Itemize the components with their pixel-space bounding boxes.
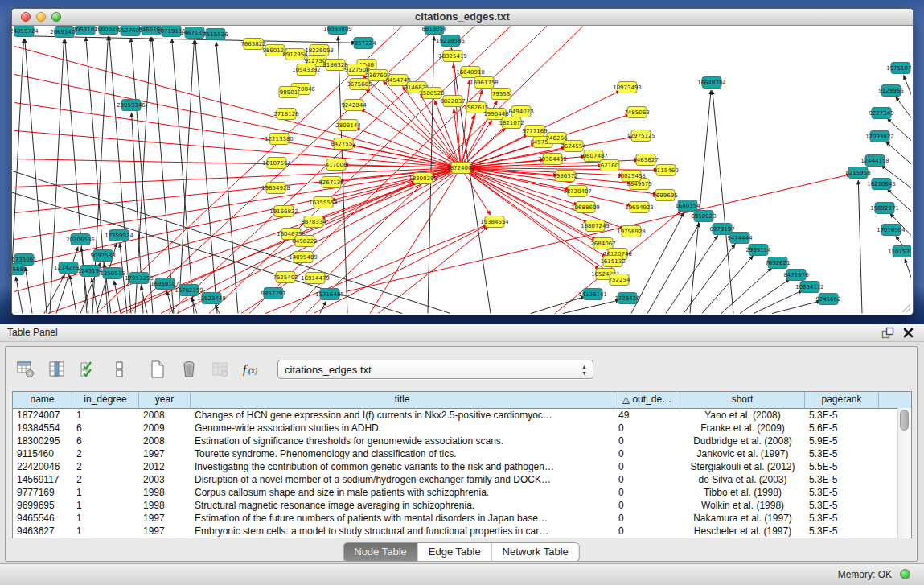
- network-node[interactable]: 9242844: [341, 100, 367, 111]
- network-node[interactable]: 19384554: [480, 216, 509, 228]
- network-node[interactable]: 8813054: [421, 26, 447, 35]
- column-header-title[interactable]: title: [191, 392, 614, 408]
- network-node[interactable]: 1640354: [675, 200, 700, 212]
- network-node[interactable]: 6494023: [508, 106, 533, 117]
- network-node[interactable]: 17016504: [877, 225, 906, 236]
- network-node[interactable]: 16648784: [697, 77, 726, 89]
- network-node[interactable]: 14136141: [578, 289, 607, 300]
- network-node[interactable]: 9857791: [261, 288, 285, 299]
- scrollbar-thumb[interactable]: [900, 410, 909, 431]
- network-node[interactable]: 9777169: [522, 126, 547, 137]
- network-node[interactable]: 3675685: [347, 79, 372, 90]
- network-node[interactable]: 9245652: [815, 294, 840, 305]
- network-node[interactable]: 8427552: [331, 138, 355, 150]
- network-node[interactable]: 15751074: [886, 63, 911, 74]
- network-node[interactable]: 7485063: [624, 107, 649, 118]
- function-builder-icon[interactable]: f (x): [241, 359, 262, 380]
- network-node[interactable]: 24055724: [12, 26, 39, 37]
- network-node[interactable]: 18226058: [305, 45, 334, 56]
- network-node[interactable]: 98901: [279, 87, 298, 98]
- network-node[interactable]: 11075311: [888, 246, 911, 257]
- network-node[interactable]: 62160: [600, 160, 619, 171]
- tab-node-table[interactable]: Node Table: [343, 543, 417, 561]
- network-node[interactable]: 2718126: [273, 109, 299, 120]
- network-node[interactable]: 29053346: [117, 100, 146, 111]
- select-all-icon[interactable]: [78, 359, 99, 380]
- network-node[interactable]: 12444158: [860, 155, 889, 167]
- network-node[interactable]: 8471676: [783, 270, 809, 281]
- column-header-out_degree[interactable]: △ out_de…: [614, 392, 680, 408]
- table-row[interactable]: 946554611997Estimation of the future num…: [13, 512, 911, 525]
- network-node[interactable]: 9115460: [653, 165, 678, 176]
- network-node[interactable]: 10688609: [571, 202, 600, 213]
- new-column-icon[interactable]: [147, 359, 168, 380]
- network-node[interactable]: 16355554: [309, 197, 338, 208]
- float-panel-icon[interactable]: [881, 326, 894, 340]
- network-node[interactable]: 19218586: [436, 35, 465, 47]
- network-node[interactable]: 7857224: [351, 38, 376, 49]
- network-node[interactable]: 17957253: [125, 273, 154, 284]
- network-node[interactable]: 2935114: [745, 245, 771, 256]
- network-node[interactable]: 1588520: [419, 88, 444, 99]
- network-node[interactable]: 1145194: [77, 266, 103, 277]
- table-row[interactable]: 1938455462009Genome-wide association stu…: [13, 422, 911, 435]
- network-node[interactable]: 15716485: [315, 289, 344, 300]
- table-scrollbar[interactable]: [897, 408, 911, 538]
- network-node[interactable]: 8822037: [440, 96, 465, 107]
- network-node[interactable]: 14099489: [289, 252, 318, 263]
- network-node[interactable]: 19756928: [617, 226, 646, 237]
- network-canvas[interactable]: 2405572420691406205318210655287152760284…: [12, 26, 911, 314]
- network-window[interactable]: citations_edges.txt 24055724206914062053…: [11, 8, 914, 315]
- table-panel-header[interactable]: Table Panel: [0, 324, 924, 342]
- attribute-table[interactable]: namein_degreeyeartitle△ out_de…shortpage…: [12, 391, 912, 538]
- network-node[interactable]: 1733426: [614, 293, 640, 304]
- column-header-in_degree[interactable]: in_degree: [72, 392, 139, 408]
- table-mode-icon[interactable]: [15, 359, 36, 380]
- table-row[interactable]: 1830029562008Estimation of significance …: [13, 435, 911, 447]
- network-node[interactable]: 9097588: [90, 250, 115, 262]
- network-node[interactable]: 16961758: [470, 77, 499, 89]
- network-node[interactable]: 417006: [326, 159, 347, 171]
- tab-network-table[interactable]: Network Table: [491, 543, 579, 561]
- network-node[interactable]: 12975125: [626, 130, 655, 142]
- network-node[interactable]: 1115689: [12, 264, 27, 275]
- network-node[interactable]: 18325419: [438, 51, 467, 62]
- network-node[interactable]: 20364436: [538, 154, 567, 165]
- column-header-pagerank[interactable]: pagerank: [805, 392, 879, 408]
- network-node[interactable]: 10973493: [613, 82, 642, 93]
- network-node[interactable]: 2803144: [335, 120, 361, 131]
- network-node[interactable]: 20206536: [66, 234, 95, 245]
- table-row[interactable]: 977716911998Corpus callosum shape and si…: [13, 486, 911, 499]
- delete-column-icon[interactable]: [179, 359, 199, 380]
- network-node[interactable]: 9129966: [878, 85, 904, 97]
- network-node[interactable]: 16914479: [301, 273, 330, 284]
- table-row[interactable]: 2242004622012Investigating the contribut…: [13, 460, 911, 473]
- zoom-window-button[interactable]: [51, 12, 61, 22]
- show-columns-icon[interactable]: [47, 359, 68, 380]
- network-node[interactable]: 9463627: [633, 154, 658, 166]
- network-node[interactable]: 3624554: [561, 141, 586, 152]
- network-node[interactable]: 8215958: [845, 167, 870, 179]
- network-node[interactable]: 19654928: [261, 183, 290, 194]
- network-node[interactable]: 1350515: [100, 268, 125, 279]
- close-panel-icon[interactable]: [902, 327, 914, 339]
- window-titlebar[interactable]: citations_edges.txt: [12, 9, 913, 26]
- network-node[interactable]: 10654112: [795, 282, 824, 293]
- network-node[interactable]: 18720407: [563, 186, 592, 197]
- network-node[interactable]: 6958923: [691, 211, 716, 222]
- network-node[interactable]: 16640910: [456, 67, 485, 78]
- network-node[interactable]: 19654923: [625, 202, 654, 213]
- table-row[interactable]: 1872400712008Changes of HCN gene express…: [13, 409, 911, 422]
- network-node[interactable]: 9699695: [652, 190, 677, 201]
- column-header-short[interactable]: short: [680, 392, 805, 408]
- network-node[interactable]: 18807249: [581, 220, 610, 232]
- network-node[interactable]: 7515526: [203, 29, 228, 40]
- column-header-year[interactable]: year: [139, 392, 191, 408]
- table-selector-dropdown[interactable]: citations_edges.txt ▲▼: [277, 360, 593, 379]
- network-node[interactable]: 7632621: [765, 257, 790, 269]
- network-node[interactable]: 15692971: [870, 203, 899, 214]
- network-node[interactable]: 1615132: [600, 256, 625, 267]
- table-row[interactable]: 946362711997Embryonic stem cells: a mode…: [13, 525, 911, 538]
- table-row[interactable]: 969969511998Structural magnetic resonanc…: [13, 499, 911, 512]
- network-node[interactable]: 16210643: [867, 179, 896, 190]
